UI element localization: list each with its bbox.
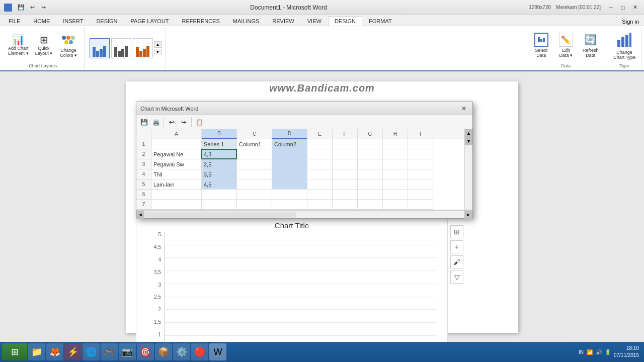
cell-a3[interactable]: Pegawai Sw [151,159,202,169]
col-d-selected[interactable]: D [272,129,307,139]
scrollbar-up-btn[interactable]: ▲ [465,129,472,137]
cell-b1[interactable]: Series 1 [202,139,237,149]
taskbar-app8[interactable]: 📦 [155,343,172,360]
scroll-right-btn[interactable]: ► [464,211,472,219]
ct-paste-btn[interactable]: 📋 [194,117,205,128]
cell-f1[interactable] [333,139,358,149]
tab-review[interactable]: REVIEW [266,16,300,26]
cell-b5[interactable]: 4,5 [202,179,237,190]
cell-i4[interactable] [408,169,433,179]
ct-print-btn[interactable]: 🖨️ [150,117,162,128]
scrollbar-down-btn[interactable]: ▼ [465,137,472,145]
close-btn[interactable]: ✕ [630,3,640,12]
cell-e3[interactable] [307,159,333,169]
ss-vertical-scrollbar[interactable]: ▲ ▼ [464,129,472,210]
style-3-btn[interactable] [133,38,153,58]
cell-e5[interactable] [307,179,333,190]
sign-in[interactable]: Sign in [622,19,644,26]
tab-insert[interactable]: INSERT [56,16,90,26]
cell-h4[interactable] [383,169,408,179]
start-btn[interactable]: ⊞ [2,343,27,360]
cell-b6[interactable] [202,190,237,200]
cell-e7[interactable] [307,200,333,210]
cell-h5[interactable] [383,179,408,190]
change-colors-btn[interactable]: ChangeColors ▾ [57,32,80,59]
cell-d5[interactable] [272,179,307,190]
tab-view[interactable]: VIEW [301,16,328,26]
cell-d2[interactable] [272,149,307,159]
style-down-btn[interactable]: ▼ [154,49,162,55]
taskbar-app6[interactable]: 📷 [119,343,136,360]
cell-c5[interactable] [237,179,272,190]
quick-layout-btn[interactable]: ⊞ QuickLayout ▾ [33,34,55,57]
select-data-btn[interactable]: SelectData [530,32,552,59]
taskbar-word-active[interactable]: W [209,343,226,360]
cell-i2[interactable] [408,149,433,159]
tab-home[interactable]: HOME [27,16,56,26]
style-1-btn[interactable] [90,38,110,58]
tab-file[interactable]: FILE [2,16,27,26]
col-e[interactable]: E [307,129,333,139]
cell-g7[interactable] [358,200,383,210]
taskbar-file-manager[interactable]: 📁 [28,343,45,360]
cell-h3[interactable] [383,159,408,169]
col-i[interactable]: I [408,129,433,139]
cell-a5[interactable]: Lain-lain [151,179,202,190]
taskbar-app4[interactable]: 🌐 [83,343,100,360]
cell-f4[interactable] [333,169,358,179]
chart-add-element-btn[interactable]: + [450,240,463,253]
col-a[interactable]: A [151,129,202,139]
cell-d1[interactable]: Column2 [272,139,307,149]
cell-c7[interactable] [237,200,272,210]
cell-b3[interactable]: 2,5 [202,159,237,169]
undo-quick-btn[interactable]: ↩ [27,3,37,12]
tab-design-chart[interactable]: DESIGN [328,16,362,26]
col-f[interactable]: F [333,129,358,139]
cell-g3[interactable] [358,159,383,169]
cell-c4[interactable] [237,169,272,179]
cell-f2[interactable] [333,149,358,159]
chart-filter-btn[interactable]: ▽ [450,270,463,284]
taskbar-app5[interactable]: 🎮 [101,343,118,360]
systray-volume[interactable]: 🔊 [596,349,602,355]
change-chart-type-btn[interactable]: ChangeChart Type [611,30,637,61]
maximize-btn[interactable]: □ [618,3,628,12]
systray-network[interactable]: 📶 [587,349,593,355]
ct-save-btn[interactable]: 💾 [138,117,149,128]
cell-c3[interactable] [237,159,272,169]
taskbar-app3[interactable]: ⚡ [64,343,82,360]
cell-f3[interactable] [333,159,358,169]
ct-redo-btn[interactable]: ↪ [178,117,189,128]
cell-a1[interactable] [151,139,202,149]
cell-i5[interactable] [408,179,433,190]
cell-f7[interactable] [333,200,358,210]
cell-d6[interactable] [272,190,307,200]
chart-layout-btn[interactable]: ⊞ [450,225,463,238]
cell-g1[interactable] [358,139,383,149]
cell-c2[interactable] [237,149,272,159]
refresh-data-btn[interactable]: 🔄 RefreshData [579,32,602,59]
cell-f5[interactable] [333,179,358,190]
cell-i1[interactable] [408,139,433,149]
add-chart-element-btn[interactable]: 📊 Add ChartElement ▾ [6,34,31,57]
cell-e6[interactable] [307,190,333,200]
col-c[interactable]: C [237,129,272,139]
cell-b2[interactable]: 4,3 [202,149,237,159]
cell-b4[interactable]: 3,5 [202,169,237,179]
cell-c1[interactable]: Column1 [237,139,272,149]
cell-d4[interactable] [272,169,307,179]
style-up-btn[interactable]: ▲ [154,41,162,48]
chart-style-btn[interactable]: 🖌 [450,255,463,268]
cell-g5[interactable] [358,179,383,190]
cell-e1[interactable] [307,139,333,149]
cell-i3[interactable] [408,159,433,169]
cell-e4[interactable] [307,169,333,179]
scrollbar-thumb[interactable] [145,212,296,218]
tab-format[interactable]: FORMAT [362,16,398,26]
taskbar-app9[interactable]: ⚙️ [173,343,190,360]
cell-h6[interactable] [383,190,408,200]
cell-a4[interactable]: TNI [151,169,202,179]
save-quick-btn[interactable]: 💾 [16,3,26,12]
cell-d7[interactable] [272,200,307,210]
cell-g2[interactable] [358,149,383,159]
